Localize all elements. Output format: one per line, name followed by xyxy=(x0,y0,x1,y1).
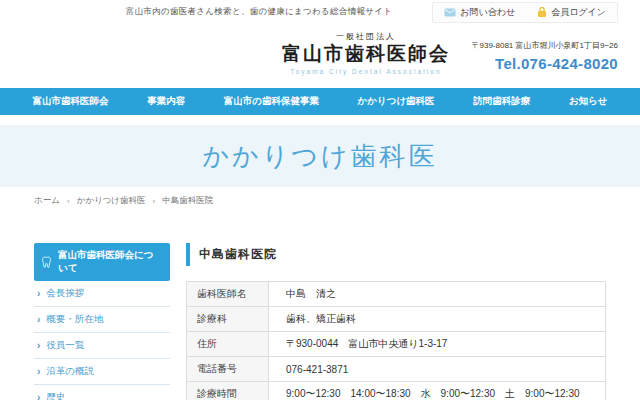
nav-item-city-dental-health[interactable]: 富山市の歯科保健事業 xyxy=(218,95,325,108)
chevron-right-icon: › xyxy=(37,289,40,299)
breadcrumb: ホーム › かかりつけ歯科医 › 中島歯科医院 xyxy=(34,195,606,207)
chevron-right-icon: › xyxy=(37,393,40,400)
member-login-label: 会員ログイン xyxy=(551,6,606,19)
row-label: 診療時間 xyxy=(187,382,269,400)
row-label: 住所 xyxy=(187,332,269,357)
header-phone: Tel.076-424-8020 xyxy=(472,55,619,72)
breadcrumb-current: 中島歯科医院 xyxy=(162,195,213,207)
row-value: 〒930-0044 富山市中央通り1-3-17 xyxy=(269,332,606,357)
nav-item-visiting-dental-care[interactable]: 訪問歯科診療 xyxy=(467,95,536,108)
sidebar-item-label: 歴史 xyxy=(46,391,65,400)
sidebar-item-label: 役員一覧 xyxy=(46,339,84,352)
clinic-name-heading: 中島歯科医院 xyxy=(186,243,606,266)
row-label: 歯科医師名 xyxy=(187,282,269,307)
sidebar-item-overview-location[interactable]: › 概要・所在地 xyxy=(34,307,170,332)
org-name: 富山市歯科医師会 xyxy=(282,42,450,66)
row-value: 9:00〜12:30 14:00〜18:30 水 9:00〜12:30 土 9:… xyxy=(269,382,606,400)
sidebar-item-label: 沿革の概説 xyxy=(46,365,94,378)
nav-item-association[interactable]: 富山市歯科医師会 xyxy=(27,95,115,108)
breadcrumb-link-home[interactable]: ホーム xyxy=(34,195,60,207)
main-nav: 富山市歯科医師会 事業内容 富山市の歯科保健事業 かかりつけ歯科医 訪問歯科診療… xyxy=(0,88,640,115)
site-tagline: 富山市内の歯医者さん検索と、歯の健康にまつわる総合情報サイト xyxy=(126,6,393,18)
content-area: 富山市歯科医師会について › 会長挨拶 › 概要・所在地 › 役員一覧 › 沿革… xyxy=(34,243,606,400)
table-row: 診療科 歯科、矯正歯科 xyxy=(187,307,606,332)
chevron-right-icon: › xyxy=(37,367,40,377)
clinic-detail: 中島歯科医院 歯科医師名 中島 清之 診療科 歯科、矯正歯科 住所 〒930-0… xyxy=(186,243,606,400)
org-name-english: Toyama City Dental Association xyxy=(282,68,450,75)
table-row: 電話番号 076-421-3871 xyxy=(187,357,606,382)
page-title-band: かかりつけ歯科医 xyxy=(0,125,640,187)
chevron-right-icon: › xyxy=(37,341,40,351)
sidebar-item-history-outline[interactable]: › 沿革の概説 xyxy=(34,359,170,384)
chevron-right-icon: › xyxy=(37,315,40,325)
nav-item-news[interactable]: お知らせ xyxy=(563,95,614,108)
utility-actions: お問い合わせ 会員ログイン xyxy=(432,2,618,23)
breadcrumb-separator: › xyxy=(67,197,70,206)
sidebar-menu: › 会長挨拶 › 概要・所在地 › 役員一覧 › 沿革の概説 › 歴史 › 情報… xyxy=(34,281,170,400)
table-row: 歯科医師名 中島 清之 xyxy=(187,282,606,307)
breadcrumb-separator: › xyxy=(153,197,156,206)
site-logo[interactable]: 一般社団法人 富山市歯科医師会 Toyama City Dental Assoc… xyxy=(282,31,450,75)
row-label: 診療科 xyxy=(187,307,269,332)
row-value: 中島 清之 xyxy=(269,282,606,307)
sidebar: 富山市歯科医師会について › 会長挨拶 › 概要・所在地 › 役員一覧 › 沿革… xyxy=(34,243,170,400)
sidebar-item-label: 会長挨拶 xyxy=(46,287,84,300)
breadcrumb-link-family-dentist[interactable]: かかりつけ歯科医 xyxy=(77,195,146,207)
contact-link[interactable]: お問い合わせ xyxy=(433,3,526,22)
table-row: 診療時間 9:00〜12:30 14:00〜18:30 水 9:00〜12:30… xyxy=(187,382,606,400)
page-title: かかりつけ歯科医 xyxy=(202,139,437,174)
tooth-icon xyxy=(41,256,53,269)
sidebar-item-president-greeting[interactable]: › 会長挨拶 xyxy=(34,281,170,306)
header-address: 〒939-8081 富山市堀川小泉町1丁目9−26 xyxy=(472,40,619,51)
site-header: 一般社団法人 富山市歯科医師会 Toyama City Dental Assoc… xyxy=(0,24,640,88)
sidebar-item-label: 概要・所在地 xyxy=(46,313,103,326)
mail-icon xyxy=(444,8,456,17)
header-contact: 〒939-8081 富山市堀川小泉町1丁目9−26 Tel.076-424-80… xyxy=(472,40,619,72)
org-type: 一般社団法人 xyxy=(282,31,450,42)
row-value: 076-421-3871 xyxy=(269,357,606,382)
clinic-info-table: 歯科医師名 中島 清之 診療科 歯科、矯正歯科 住所 〒930-0044 富山市… xyxy=(186,281,606,400)
contact-link-label: お問い合わせ xyxy=(460,6,515,19)
table-row: 住所 〒930-0044 富山市中央通り1-3-17 xyxy=(187,332,606,357)
row-value: 歯科、矯正歯科 xyxy=(269,307,606,332)
nav-item-family-dentist[interactable]: かかりつけ歯科医 xyxy=(351,95,440,108)
lock-icon xyxy=(537,6,547,18)
utility-bar: 富山市内の歯医者さん検索と、歯の健康にまつわる総合情報サイト お問い合わせ 会員… xyxy=(0,0,640,24)
sidebar-item-officer-list[interactable]: › 役員一覧 xyxy=(34,333,170,358)
sidebar-header-label: 富山市歯科医師会について xyxy=(58,249,163,275)
member-login-link[interactable]: 会員ログイン xyxy=(526,3,617,22)
sidebar-item-history[interactable]: › 歴史 xyxy=(34,385,170,400)
row-label: 電話番号 xyxy=(187,357,269,382)
nav-item-business-content[interactable]: 事業内容 xyxy=(141,95,191,108)
sidebar-header-about-association[interactable]: 富山市歯科医師会について xyxy=(34,243,170,281)
